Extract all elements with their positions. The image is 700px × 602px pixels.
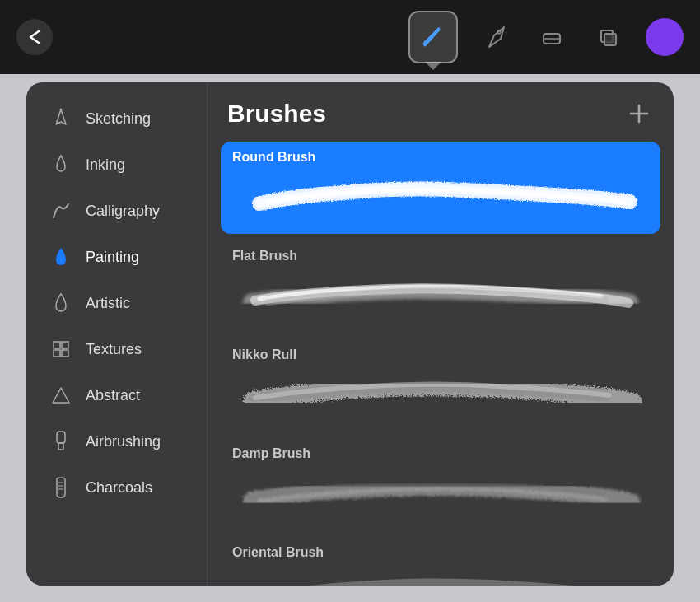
textures-icon (49, 338, 72, 361)
brush-list-panel: Brushes Round Brush (208, 82, 674, 586)
brush-item-flat-brush[interactable]: Flat Brush (221, 240, 660, 333)
airbrushing-icon (49, 430, 72, 453)
sidebar-item-inking[interactable]: Inking (33, 142, 200, 188)
svg-rect-5 (54, 342, 60, 348)
svg-rect-10 (58, 443, 63, 450)
round-brush-stroke (221, 168, 660, 234)
toolbar-left (16, 19, 53, 55)
inking-icon (49, 153, 72, 176)
svg-rect-6 (62, 342, 68, 348)
airbrushing-label: Airbrushing (86, 433, 161, 450)
damp-brush-stroke (221, 464, 660, 530)
sidebar-item-painting[interactable]: Painting (33, 234, 200, 280)
oriental-brush-stroke (221, 563, 660, 586)
brush-list: Round Brush (208, 142, 674, 586)
sketching-label: Sketching (86, 110, 151, 128)
abstract-label: Abstract (86, 387, 140, 404)
panel-title: Brushes (227, 100, 326, 128)
layers-tool-button[interactable] (590, 19, 626, 55)
pen-tool-button[interactable] (478, 19, 514, 55)
calligraphy-icon (49, 199, 72, 222)
painting-label: Painting (86, 249, 139, 266)
sidebar-item-artistic[interactable]: Artistic (33, 280, 200, 326)
eraser-tool-button[interactable] (534, 19, 570, 55)
toolbar-tools (408, 11, 684, 63)
brushes-panel: Sketching Inking Calligraphy (26, 82, 674, 586)
svg-rect-7 (54, 350, 60, 357)
brush-tool-button[interactable] (408, 11, 458, 63)
svg-point-4 (60, 109, 63, 111)
flat-brush-label: Flat Brush (221, 240, 660, 267)
nikko-rull-label: Nikko Rull (221, 339, 660, 366)
brush-item-damp-brush[interactable]: Damp Brush (221, 438, 660, 530)
user-avatar[interactable] (646, 18, 684, 56)
artistic-icon (49, 292, 72, 315)
textures-label: Textures (86, 341, 142, 358)
painting-icon (49, 245, 72, 268)
back-button[interactable] (16, 19, 53, 55)
abstract-icon (49, 384, 72, 407)
svg-rect-8 (62, 350, 68, 357)
charcoals-label: Charcoals (86, 479, 152, 497)
svg-rect-9 (57, 432, 65, 443)
sidebar-item-sketching[interactable]: Sketching (33, 96, 200, 142)
sketching-icon (49, 107, 72, 130)
damp-brush-label: Damp Brush (221, 438, 660, 464)
sidebar-item-abstract[interactable]: Abstract (33, 372, 200, 418)
add-brush-button[interactable] (624, 99, 654, 128)
charcoals-icon (49, 476, 72, 499)
brush-panel-header: Brushes (208, 82, 674, 142)
sidebar-item-airbrushing[interactable]: Airbrushing (33, 418, 200, 464)
brush-item-round-brush[interactable]: Round Brush (221, 142, 660, 234)
sidebar-item-calligraphy[interactable]: Calligraphy (33, 188, 200, 234)
inking-label: Inking (86, 156, 125, 174)
round-brush-label: Round Brush (221, 142, 660, 168)
calligraphy-label: Calligraphy (86, 203, 160, 220)
sidebar-item-charcoals[interactable]: Charcoals (33, 464, 200, 511)
sidebar-item-textures[interactable]: Textures (33, 326, 200, 372)
nikko-rull-stroke (221, 366, 660, 432)
brush-item-oriental-brush[interactable]: Oriental Brush (221, 537, 660, 586)
brush-item-nikko-rull[interactable]: Nikko Rull (221, 339, 660, 432)
toolbar (0, 0, 700, 74)
flat-brush-stroke (221, 267, 660, 333)
svg-rect-3 (604, 34, 616, 45)
category-sidebar: Sketching Inking Calligraphy (26, 82, 208, 586)
oriental-brush-label: Oriental Brush (221, 537, 660, 563)
artistic-label: Artistic (86, 295, 130, 312)
